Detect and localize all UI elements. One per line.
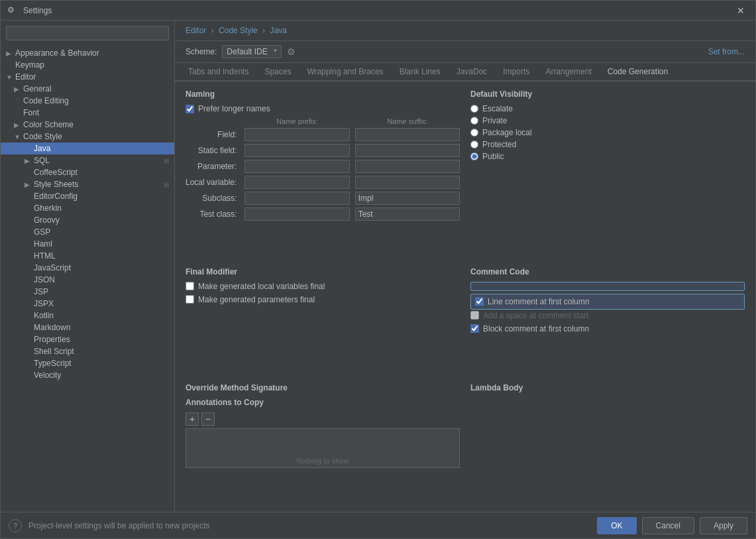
tab-code-generation[interactable]: Code Generation	[600, 63, 676, 82]
sidebar-item-style-sheets[interactable]: ▶Style Sheets⊞	[1, 178, 174, 190]
sidebar-item-label-jspx: JSPX	[34, 299, 54, 308]
visibility-radio-private[interactable]	[470, 117, 478, 125]
sidebar-item-label-gherkin: Gherkin	[34, 204, 62, 213]
sidebar-item-general[interactable]: ▶General	[1, 83, 174, 95]
sidebar-item-jsp[interactable]: JSP	[1, 286, 174, 298]
sidebar-item-editor[interactable]: ▼Editor	[1, 71, 174, 83]
tab-imports[interactable]: Imports	[495, 63, 537, 82]
comment-label-block-comment-first-col: Block comment at first column	[483, 324, 589, 333]
tab-wrapping[interactable]: Wrapping and Braces	[299, 63, 391, 82]
sidebar-item-typescript[interactable]: TypeScript	[1, 357, 174, 369]
sidebar-item-jspx[interactable]: JSPX	[1, 298, 174, 310]
sidebar-item-properties[interactable]: Properties	[1, 333, 174, 345]
sidebar-item-label-code-style: Code Style	[23, 132, 62, 141]
sidebar-item-label-gsp: GSP	[34, 227, 50, 237]
comment-label-line-comment-first-col: Line comment at first column	[488, 297, 589, 306]
final-checkboxes: Make generated local variables finalMake…	[186, 282, 460, 304]
naming-prefix-local-variable[interactable]	[244, 176, 349, 189]
sidebar-item-java[interactable]: Java	[1, 143, 174, 154]
visibility-radio-protected[interactable]	[470, 141, 478, 149]
visibility-radio-escalate[interactable]	[470, 105, 478, 113]
final-checkbox-local-vars-final[interactable]	[186, 282, 194, 290]
naming-row-label-static-field: Static field:	[186, 146, 239, 155]
naming-prefix-test-class[interactable]	[244, 208, 349, 221]
close-button[interactable]: ✕	[733, 4, 749, 17]
naming-prefix-parameter[interactable]	[244, 160, 349, 173]
ok-button[interactable]: OK	[597, 517, 636, 534]
visibility-radio-package-local[interactable]	[470, 129, 478, 137]
tab-spaces[interactable]: Spaces	[256, 63, 299, 82]
sidebar-item-label-style-sheets: Style Sheets	[34, 180, 78, 189]
sidebar-item-sql[interactable]: ▶SQL⊞	[1, 154, 174, 166]
sidebar-item-json[interactable]: JSON	[1, 274, 174, 286]
right-panel: Editor › Code Style › Java Scheme: Defau…	[175, 21, 755, 512]
visibility-label-escalate: Escalate	[482, 104, 513, 113]
comment-checkbox-line-comment-first-col[interactable]	[475, 297, 484, 306]
sidebar-item-gsp[interactable]: GSP	[1, 226, 174, 238]
sidebar-item-kotlin[interactable]: Kotlin	[1, 310, 174, 322]
set-from-link[interactable]: Set from...	[708, 47, 745, 56]
final-checkbox-params-final[interactable]	[186, 295, 194, 304]
comment-label-add-space-comment: Add a space at comment start	[483, 311, 588, 320]
sidebar-item-editorconfig[interactable]: EditorConfig	[1, 190, 174, 202]
help-button[interactable]: ?	[9, 519, 22, 532]
naming-suffix-field[interactable]	[355, 128, 460, 141]
annotations-remove-button[interactable]: −	[201, 412, 215, 426]
naming-suffix-subclass[interactable]	[355, 192, 460, 205]
tab-javadoc[interactable]: JavaDoc	[449, 63, 496, 82]
sidebar-item-label-javascript: JavaScript	[34, 263, 71, 272]
style-sheets-expand-icon: ⊞	[164, 181, 169, 188]
sidebar-item-label-json: JSON	[34, 275, 55, 284]
naming-prefix-subclass[interactable]	[244, 192, 349, 205]
cancel-button[interactable]: Cancel	[642, 517, 694, 534]
visibility-section: Default Visibility EscalatePrivatePackag…	[470, 90, 745, 249]
sidebar-item-coffeescript[interactable]: CoffeeScript	[1, 166, 174, 178]
sidebar-item-code-style[interactable]: ▼Code Style	[1, 131, 174, 143]
sql-expand-icon: ⊞	[164, 157, 169, 164]
sidebar-item-haml[interactable]: Haml	[1, 238, 174, 250]
settings-window: ⚙ Settings ✕ ▶Appearance & BehaviorKeyma…	[0, 0, 756, 539]
tab-tabs-indents[interactable]: Tabs and Indents	[180, 63, 256, 82]
sidebar-item-javascript[interactable]: JavaScript	[1, 262, 174, 274]
scheme-gear-icon[interactable]: ⚙	[287, 46, 296, 57]
naming-suffix-local-variable[interactable]	[355, 176, 460, 189]
naming-section: Naming Prefer longer names Name prefix: …	[186, 90, 460, 249]
tab-blank-lines[interactable]: Blank Lines	[392, 63, 449, 82]
scheme-select[interactable]: Default IDE	[222, 45, 282, 58]
sidebar-item-color-scheme[interactable]: ▶Color Scheme	[1, 119, 174, 131]
visibility-radios: EscalatePrivatePackage localProtectedPub…	[470, 104, 745, 161]
tab-arrangement[interactable]: Arrangement	[537, 63, 599, 82]
sidebar-item-label-appearance: Appearance & Behavior	[15, 48, 99, 58]
sidebar-item-groovy[interactable]: Groovy	[1, 214, 174, 226]
prefer-longer-checkbox[interactable]	[186, 105, 194, 113]
app-icon: ⚙	[7, 5, 18, 16]
visibility-row-protected: Protected	[470, 140, 745, 149]
apply-button[interactable]: Apply	[700, 517, 747, 534]
annotations-add-button[interactable]: +	[186, 412, 199, 426]
scheme-select-wrap: Default IDE	[222, 45, 282, 58]
sidebar-item-shell-script[interactable]: Shell Script	[1, 345, 174, 357]
search-input[interactable]	[6, 26, 169, 40]
sidebar-item-label-keymap: Keymap	[15, 60, 44, 70]
naming-suffix-static-field[interactable]	[355, 144, 460, 157]
footer-info: Project-level settings will be applied t…	[28, 521, 597, 530]
naming-prefix-static-field[interactable]	[244, 144, 349, 157]
sidebar-item-markdown[interactable]: Markdown	[1, 322, 174, 333]
comment-checkbox-block-comment-first-col[interactable]	[470, 324, 479, 333]
sidebar-item-html[interactable]: HTML	[1, 250, 174, 262]
comment-checkboxes: Line comment at first columnAdd a space …	[470, 282, 745, 333]
sidebar-item-velocity[interactable]: Velocity	[1, 369, 174, 381]
visibility-radio-public[interactable]	[470, 152, 478, 160]
main-content: ▶Appearance & BehaviorKeymap▼Editor▶Gene…	[1, 21, 755, 512]
annotations-toolbar: + −	[186, 412, 460, 426]
comment-checkbox-add-space-comment[interactable]	[470, 311, 479, 320]
sidebar-item-gherkin[interactable]: Gherkin	[1, 202, 174, 214]
naming-suffix-test-class[interactable]	[355, 208, 460, 221]
naming-prefix-field[interactable]	[244, 128, 349, 141]
sidebar-item-font[interactable]: Font	[1, 107, 174, 119]
sidebar-item-code-editing[interactable]: Code Editing	[1, 95, 174, 107]
panel-content: Naming Prefer longer names Name prefix: …	[175, 82, 755, 512]
sidebar-item-appearance[interactable]: ▶Appearance & Behavior	[1, 47, 174, 59]
sidebar-item-keymap[interactable]: Keymap	[1, 59, 174, 71]
naming-suffix-parameter[interactable]	[355, 160, 460, 173]
